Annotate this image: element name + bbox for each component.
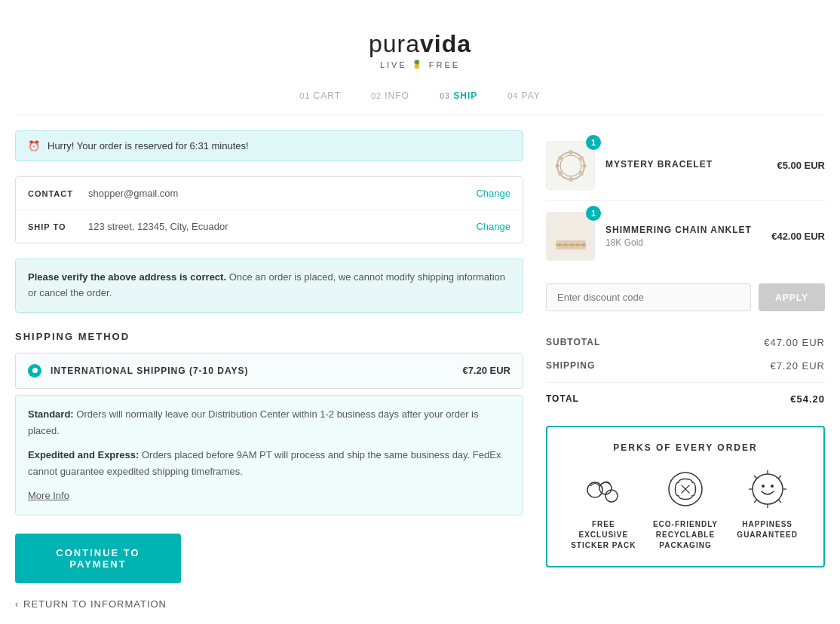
svg-line-29 — [754, 500, 757, 503]
standard-text: Orders will normally leave our Distribut… — [28, 408, 479, 436]
pineapple-icon: 🍍 — [412, 60, 425, 69]
svg-line-27 — [778, 500, 781, 503]
svg-point-30 — [762, 485, 765, 488]
contact-label: CONTACT — [28, 189, 88, 198]
cart-items: 1 MYSTERY BRACELET €5.00 EUR — [546, 130, 825, 271]
item-image-anklet — [546, 212, 595, 261]
perk-happiness: HAPPINESS GUARANTEED — [730, 466, 805, 551]
item-image-wrap: 1 — [546, 141, 595, 190]
ship-to-value: 123 street, 12345, City, Ecuador — [88, 221, 476, 232]
continue-to-payment-button[interactable]: CONTINUE TO PAYMENT — [15, 534, 181, 583]
item-quantity-badge: 1 — [586, 206, 601, 221]
logo: puravida — [15, 30, 825, 58]
perk-eco-packaging: ECO-FRIENDLY RECYCLABLE PACKAGING — [648, 466, 723, 551]
shipping-option: INTERNATIONAL SHIPPING (7-10 DAYS) €7.20… — [15, 353, 523, 389]
eco-packaging-label: ECO-FRIENDLY RECYCLABLE PACKAGING — [648, 519, 723, 551]
item-quantity-badge: 1 — [586, 135, 601, 150]
shipping-value: €7.20 EUR — [770, 360, 825, 372]
return-label: RETURN TO INFORMATION — [23, 598, 167, 610]
header: puravida LIVE 🍍 FREE — [15, 15, 825, 77]
item-details: SHIMMERING CHAIN ANKLET 18K Gold — [605, 225, 771, 248]
info-section: CONTACT shopper@gmail.com Change SHIP TO… — [15, 176, 523, 243]
shipping-name: INTERNATIONAL SHIPPING (7-10 DAYS) — [51, 366, 462, 376]
svg-point-7 — [558, 171, 563, 176]
step-info[interactable]: 02 INFO — [371, 90, 409, 101]
discount-code-input[interactable] — [546, 283, 751, 311]
cart-item: 1 MYSTERY BRACELET €5.00 EUR — [546, 130, 825, 201]
svg-point-31 — [771, 485, 774, 488]
item-name: MYSTERY BRACELET — [605, 159, 777, 170]
step-ship-num: 03 — [440, 91, 453, 100]
timer-message: Hurry! Your order is reserved for 6:31 m… — [48, 140, 249, 151]
left-column: ⏰ Hurry! Your order is reserved for 6:31… — [15, 130, 523, 610]
contact-value: shopper@gmail.com — [88, 188, 476, 199]
perks-box: PERKS OF EVERY ORDER — [546, 426, 825, 567]
standard-info: Standard: Orders will normally leave our… — [28, 406, 510, 439]
expedited-bold: Expedited and Express: — [28, 449, 139, 460]
item-image-mystery-bracelet — [546, 141, 595, 190]
happiness-label: HAPPINESS GUARANTEED — [730, 519, 805, 540]
svg-point-16 — [582, 243, 585, 246]
svg-point-4 — [582, 164, 586, 167]
subtotal-value: €47.00 EUR — [764, 337, 825, 348]
step-cart[interactable]: 01 CART — [299, 90, 341, 101]
return-to-information-link[interactable]: ‹ RETURN TO INFORMATION — [15, 598, 523, 610]
subtotal-label: SUBTOTAL — [546, 337, 600, 348]
cart-item: 1 SHIMMERING CHAIN ANKLET 18K Gold €42.0… — [546, 201, 825, 271]
radio-selected — [28, 364, 41, 378]
svg-point-18 — [599, 482, 612, 494]
discount-row: APPLY — [546, 283, 825, 311]
apply-discount-button[interactable]: APPLY — [759, 283, 825, 311]
sticker-pack-label: FREE EXCLUSIVE STICKER PACK — [566, 519, 641, 551]
step-pay[interactable]: 04 PAY — [507, 90, 541, 101]
item-variant: 18K Gold — [605, 237, 771, 248]
tagline-live: LIVE — [380, 60, 407, 69]
shipping-option-row[interactable]: INTERNATIONAL SHIPPING (7-10 DAYS) €7.20… — [16, 353, 523, 388]
logo-vida: vida — [420, 30, 471, 57]
perk-sticker-pack: FREE EXCLUSIVE STICKER PACK — [566, 466, 641, 551]
total-value: €54.20 — [790, 393, 825, 405]
eco-packaging-icon — [663, 466, 708, 512]
shipping-row: SHIPPING €7.20 EUR — [546, 354, 825, 378]
anklet-svg — [552, 218, 590, 255]
shipping-info-box: Standard: Orders will normally leave our… — [15, 395, 523, 515]
svg-point-19 — [605, 490, 618, 502]
step-ship[interactable]: 03 SHIP — [440, 90, 477, 101]
svg-line-26 — [754, 476, 757, 479]
item-price: €5.00 EUR — [777, 160, 825, 171]
svg-point-15 — [576, 243, 579, 246]
svg-point-2 — [569, 150, 573, 154]
more-info-link[interactable]: More Info — [28, 488, 69, 504]
totals-section: SUBTOTAL €47.00 EUR SHIPPING €7.20 EUR T… — [546, 323, 825, 411]
contact-change-link[interactable]: Change — [476, 188, 510, 199]
svg-point-14 — [570, 243, 573, 246]
bracelet-svg — [552, 147, 590, 185]
warning-box: Please verify the above address is corre… — [15, 258, 523, 313]
perks-icons: FREE EXCLUSIVE STICKER PACK ECO-FRIENDLY… — [563, 466, 808, 551]
svg-point-5 — [579, 171, 584, 176]
tagline-free: FREE — [429, 60, 460, 69]
step-info-num: 02 — [371, 91, 385, 100]
ship-to-change-link[interactable]: Change — [476, 221, 510, 232]
tagline: LIVE 🍍 FREE — [15, 60, 825, 69]
shipping-label: SHIPPING — [546, 360, 595, 372]
right-column: 1 MYSTERY BRACELET €5.00 EUR — [546, 130, 825, 567]
svg-point-6 — [569, 177, 573, 182]
warning-bold: Please verify the above address is corre… — [28, 271, 226, 283]
progress-nav: 01 CART 02 INFO 03 SHIP 04 PAY — [15, 77, 825, 115]
total-row: TOTAL €54.20 — [546, 382, 825, 411]
svg-point-13 — [564, 243, 567, 246]
standard-bold: Standard: — [28, 408, 74, 420]
svg-point-1 — [560, 155, 581, 176]
svg-point-12 — [558, 243, 561, 246]
ship-to-label: SHIP TO — [28, 222, 88, 231]
timer-banner: ⏰ Hurry! Your order is reserved for 6:31… — [15, 130, 523, 161]
chevron-left-icon: ‹ — [15, 599, 19, 610]
radio-dot-inner — [32, 368, 38, 373]
shipping-price: €7.20 EUR — [462, 365, 510, 376]
item-name: SHIMMERING CHAIN ANKLET — [605, 225, 771, 235]
perks-title: PERKS OF EVERY ORDER — [563, 442, 808, 453]
svg-point-8 — [555, 164, 559, 167]
svg-line-28 — [778, 476, 781, 479]
ship-to-row: SHIP TO 123 street, 12345, City, Ecuador… — [16, 210, 523, 243]
